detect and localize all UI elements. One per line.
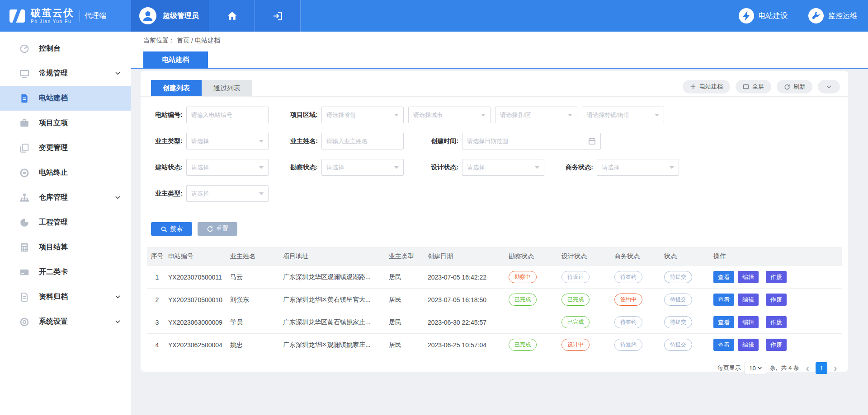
sidebar-item-project-settlement[interactable]: 项目结算 xyxy=(0,235,131,260)
filter-owner-name-input[interactable] xyxy=(321,133,404,149)
status-badge: 待签约 xyxy=(614,271,642,283)
total-count: 共 4 条 xyxy=(781,364,799,372)
filter-label: 业主类型: xyxy=(153,190,183,198)
wrench-icon xyxy=(808,8,824,23)
filter-station-no-input[interactable] xyxy=(186,107,269,123)
status-cell: 已完成 xyxy=(561,294,613,306)
sidebar-item-warehouse-management[interactable]: 仓库管理 xyxy=(0,185,131,210)
reset-button[interactable]: 重置 xyxy=(198,222,237,236)
nav-monitoring-ops[interactable]: 监控运维 xyxy=(808,0,857,32)
logo-text: 破茧云伏 Po Jian Yun Fu xyxy=(31,8,74,23)
void-button[interactable]: 作废 xyxy=(766,339,787,351)
void-button[interactable]: 作废 xyxy=(766,294,787,306)
app-title: 破茧云伏 xyxy=(31,8,74,19)
filter-town-select[interactable]: 请选择村镇/街道 xyxy=(582,107,664,123)
create-station-button[interactable]: 电站建档 xyxy=(683,80,730,93)
view-button[interactable]: 查看 xyxy=(713,339,734,351)
actions-cell: 查看编辑作废 xyxy=(712,339,842,351)
void-button[interactable]: 作废 xyxy=(766,316,787,328)
sidebar-item-project-initiation[interactable]: 项目立项 xyxy=(0,111,131,135)
view-button[interactable]: 查看 xyxy=(713,294,734,306)
sidebar-item-label: 常规管理 xyxy=(39,69,115,78)
table-cell: 广东深圳龙华区观澜镇观湖路... xyxy=(282,273,388,281)
breadcrumb-home[interactable]: 首页 xyxy=(177,37,189,45)
page-tab[interactable]: 电站建档 xyxy=(143,51,208,68)
filter-owner-type-2-select[interactable]: 请选择 xyxy=(186,185,269,202)
search-row: 搜索 重置 xyxy=(141,211,848,236)
sidebar-item-data-archive[interactable]: 资料归档 xyxy=(0,284,131,309)
filter-group: 勘察状态:请选择 xyxy=(288,159,404,176)
per-page-label: 每页显示 xyxy=(717,364,741,372)
sidebar-item-engineering-management[interactable]: 工程管理 xyxy=(0,210,131,235)
lightning-icon xyxy=(739,8,754,23)
view-button[interactable]: 查看 xyxy=(713,316,734,328)
sidebar-item-system-settings[interactable]: 系统设置 xyxy=(0,309,131,334)
filter-build-status-select[interactable]: 请选择 xyxy=(186,159,269,176)
status-badge: 待提交 xyxy=(664,271,692,283)
sidebar-item-second-class-card[interactable]: 开二类卡 xyxy=(0,260,131,284)
filter-owner-type-select[interactable]: 请选择 xyxy=(186,133,269,149)
sidebar-item-console[interactable]: 控制台 xyxy=(0,36,131,61)
void-button[interactable]: 作废 xyxy=(766,271,787,283)
table-cell: YX2023063000009 xyxy=(167,319,229,326)
status-badge: 待设计 xyxy=(561,271,590,283)
table-row: 1YX2023070500011马云广东深圳龙华区观澜镇观湖路...居民2023… xyxy=(147,266,842,289)
chevron-down-icon xyxy=(115,70,121,77)
logout-icon xyxy=(272,10,283,22)
filter-city-select[interactable]: 请选择城市 xyxy=(408,107,491,123)
nav-station-construction[interactable]: 电站建设 xyxy=(739,0,788,32)
search-button[interactable]: 搜索 xyxy=(151,222,192,236)
fullscreen-button[interactable]: 全屏 xyxy=(736,80,771,93)
refresh-button[interactable]: 刷新 xyxy=(777,80,812,93)
filter-district-select[interactable]: 请选择县/区 xyxy=(495,107,577,123)
filter-business-status-select[interactable]: 请选择 xyxy=(597,159,679,176)
edit-button[interactable]: 编辑 xyxy=(738,339,759,351)
edit-button[interactable]: 编辑 xyxy=(738,294,759,306)
sidebar-item-general-management[interactable]: 常规管理 xyxy=(0,61,131,86)
sidebar-item-change-management[interactable]: 变更管理 xyxy=(0,135,131,160)
table-cell: 姚忠 xyxy=(229,341,282,349)
table-cell: 广东深圳龙华区观澜镇姚家庄... xyxy=(282,341,388,349)
logo-icon xyxy=(7,6,27,26)
status-cell: 已完成 xyxy=(561,316,613,328)
home-button[interactable] xyxy=(209,0,255,32)
user-menu[interactable]: 超级管理员 xyxy=(131,0,209,32)
status-badge: 已完成 xyxy=(509,294,537,306)
filter-create-time-input[interactable]: 请选择日期范围 xyxy=(462,133,601,149)
copy-icon xyxy=(19,143,30,154)
tab-passed-list[interactable]: 通过列表 xyxy=(202,80,252,96)
per-page-select[interactable]: 10 xyxy=(745,362,766,374)
sidebar-item-station-termination[interactable]: 电站终止 xyxy=(0,160,131,185)
sidebar-item-station-archive[interactable]: 电站建档 xyxy=(0,86,131,111)
pie-icon xyxy=(19,217,30,228)
dropdown-arrow-icon xyxy=(394,114,399,117)
sitemap-icon xyxy=(19,192,30,203)
stations-table: 序号电站编号业主姓名项目地址业主类型创建日期勘察状态设计状态商务状态状态操作1Y… xyxy=(147,247,842,356)
logout-button[interactable] xyxy=(255,0,301,32)
filter-label: 建站状态: xyxy=(153,163,183,172)
filter-province-select[interactable]: 请选择省份 xyxy=(321,107,404,123)
actions-cell: 查看编辑作废 xyxy=(712,316,842,328)
filter-survey-status-select[interactable]: 请选择 xyxy=(321,159,404,176)
next-page-button[interactable]: › xyxy=(831,362,840,374)
status-cell: 签约中 xyxy=(613,294,663,306)
filter-label: 创建时间: xyxy=(429,137,458,145)
edit-button[interactable]: 编辑 xyxy=(738,271,759,283)
user-name: 超级管理员 xyxy=(163,11,199,21)
filter-design-status-select[interactable]: 请选择 xyxy=(462,159,544,176)
prev-page-button[interactable]: ‹ xyxy=(803,362,812,374)
settings-icon xyxy=(19,317,30,327)
column-header: 序号 xyxy=(147,252,167,261)
status-cell: 待提交 xyxy=(663,316,712,328)
collapse-button[interactable] xyxy=(818,80,840,93)
page-number[interactable]: 1 xyxy=(816,362,827,374)
view-button[interactable]: 查看 xyxy=(713,271,734,283)
column-header: 操作 xyxy=(712,252,842,261)
edit-button[interactable]: 编辑 xyxy=(738,316,759,328)
dropdown-arrow-icon xyxy=(568,114,572,117)
quick-link-label: 电站建设 xyxy=(759,11,788,21)
table-cell: 学员 xyxy=(229,318,282,326)
file-icon xyxy=(19,292,30,303)
calendar-icon xyxy=(588,137,596,145)
tab-create-list[interactable]: 创建列表 xyxy=(151,80,202,96)
